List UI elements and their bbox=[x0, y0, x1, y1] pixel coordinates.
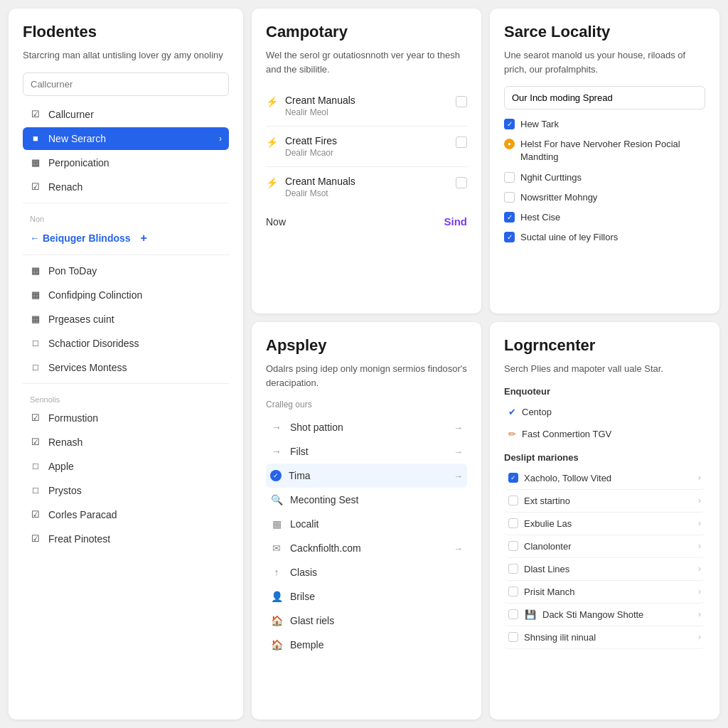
logr-cb-prisit-manch[interactable] bbox=[508, 587, 518, 596]
logr-item-label-xacholo: Xacholo, Tollow Vited bbox=[524, 473, 611, 483]
logr-cb-exbulie-las[interactable] bbox=[508, 518, 518, 528]
apps-item-cacknfiolth[interactable]: ✉ Cacknfiolth.com → bbox=[266, 536, 467, 560]
sarce-option-suctal[interactable]: Suctal uine of ley Fillors bbox=[504, 231, 705, 244]
camp-check-creant-manuals-1[interactable] bbox=[456, 96, 467, 107]
sidebar-icon-services: □ bbox=[30, 362, 41, 373]
logr-cb-shnsing[interactable] bbox=[508, 632, 518, 642]
logr-item-arrow-prisit-manch: › bbox=[698, 587, 701, 596]
sidebar-item-apple[interactable]: □ Apple bbox=[23, 455, 229, 478]
apps-icon-filst: → bbox=[270, 446, 283, 457]
sidebar-item-corles[interactable]: ☑ Corles Paracad bbox=[23, 503, 229, 526]
logr-cb-dack-sti[interactable] bbox=[508, 609, 518, 619]
camp-item-creant-manuals-1[interactable]: ⚡ Creant Manuals Nealir Meol bbox=[266, 86, 467, 127]
logr-item-label-exbulie-las: Exbulie Las bbox=[524, 518, 572, 529]
camp-item-creatt-fires[interactable]: ⚡ Creatt Fires Dealir Mcaor bbox=[266, 127, 467, 167]
sidebar-label-corles: Corles Paracad bbox=[48, 509, 117, 520]
logr-cb-xacholo[interactable] bbox=[508, 473, 518, 483]
sidebar-desc: Starcring man allat untisling lover gy a… bbox=[23, 48, 229, 63]
sidebar-group-plus[interactable]: + bbox=[141, 232, 147, 245]
logr-item-arrow-exbulie-las: › bbox=[698, 518, 701, 528]
apps-items-list: → Shot pattion →→ Filst → Tima →🔍 Mecont… bbox=[266, 415, 467, 657]
sarce-option-nowsritter[interactable]: Nowsritter Mohngy bbox=[504, 191, 705, 204]
sarce-option-nght-curttings[interactable]: Nghit Curttings bbox=[504, 171, 705, 184]
sidebar-item-services[interactable]: □ Services Montess bbox=[23, 356, 229, 379]
camp-send-button[interactable]: Sind bbox=[444, 215, 468, 228]
logrncenter-desc: Serch Plies and mapoter vall uale Star. bbox=[504, 362, 705, 376]
sidebar-icon-schactior: □ bbox=[30, 338, 41, 349]
sarce-option-helst-for[interactable]: Helst For have Nervoher Resion Pocial Ma… bbox=[504, 138, 705, 164]
apps-item-shot-pattion[interactable]: → Shot pattion → bbox=[266, 415, 467, 439]
apps-item-clasis[interactable]: ↑ Clasis bbox=[266, 560, 467, 584]
sarce-option-hew-tark[interactable]: Hew Tark bbox=[504, 118, 705, 131]
sarce-cb-helst-for[interactable] bbox=[504, 139, 515, 149]
sarce-cb-hest-cise[interactable] bbox=[504, 212, 515, 223]
apps-item-filst[interactable]: → Filst → bbox=[266, 439, 467, 464]
sidebar-label-confidping: Confidping Colinction bbox=[48, 289, 142, 301]
logr-enq-centop[interactable]: ✔ Centop bbox=[504, 401, 705, 423]
sidebar-item-renach[interactable]: ☑ Renach bbox=[23, 176, 229, 198]
logr-deslipt-clanolonter[interactable]: Clanolonter › bbox=[504, 535, 705, 558]
apps-item-brilse[interactable]: 👤 Brilse bbox=[266, 584, 467, 609]
logr-deslipt-exbulie-las[interactable]: Exbulie Las › bbox=[504, 513, 705, 535]
sidebar-item-new-search[interactable]: ■ New Serarch › bbox=[23, 127, 229, 150]
logr-cb-ext-startino[interactable] bbox=[508, 496, 518, 505]
apps-item-glast-riels[interactable]: 🏠 Glast riels bbox=[266, 609, 467, 633]
logr-deslipt-dlast-lines[interactable]: Dlast Lines › bbox=[504, 558, 705, 581]
logr-deslipt-ext-startino[interactable]: Ext startino › bbox=[504, 490, 705, 513]
apps-icon-localit: ▦ bbox=[270, 518, 283, 530]
sidebar-item-prystos[interactable]: □ Prystos bbox=[23, 479, 229, 502]
sarce-cb-suctal[interactable] bbox=[504, 232, 515, 242]
sarce-option-label-nght-curttings: Nghit Curttings bbox=[520, 171, 582, 184]
apps-icon-clasis: ↑ bbox=[270, 567, 283, 578]
logr-deslipt-prisit-manch[interactable]: Prisit Manch › bbox=[504, 581, 705, 604]
sidebar-icon-new-search: ■ bbox=[30, 133, 41, 144]
sidebar-item-prgeases[interactable]: ▦ Prgeases cuint bbox=[23, 308, 229, 331]
sidebar-item-formustion[interactable]: ☑ Formustion bbox=[23, 407, 229, 429]
sidebar-label-callcurner: Callcurner bbox=[48, 109, 94, 120]
apps-label-tima: Tima bbox=[289, 470, 311, 481]
camp-check-creatt-fires[interactable] bbox=[456, 136, 467, 148]
apps-item-localit[interactable]: ▦ Localit bbox=[266, 512, 467, 536]
sarce-input[interactable] bbox=[504, 86, 705, 109]
camp-icon-creant-manuals-1: ⚡ bbox=[266, 96, 278, 107]
apps-item-tima[interactable]: Tima → bbox=[266, 464, 467, 488]
sidebar-icon-renash: ☑ bbox=[30, 437, 41, 448]
sidebar-group-label: ← Beiquger Blindoss bbox=[30, 232, 131, 244]
sidebar-item-renash[interactable]: ☑ Renash bbox=[23, 431, 229, 454]
sarce-option-label-hew-tark: Hew Tark bbox=[520, 118, 559, 131]
sarce-cb-nowsritter[interactable] bbox=[504, 192, 515, 203]
sidebar-item-callcurner[interactable]: ☑ Callcurner bbox=[23, 103, 229, 126]
camp-text-creant-manuals-1: Creant Manuals Nealir Meol bbox=[285, 95, 449, 117]
apps-label-glast-riels: Glast riels bbox=[290, 615, 334, 626]
sidebar-chevron-new-search: › bbox=[219, 134, 222, 144]
camp-item-creant-manuals-2[interactable]: ⚡ Creant Manuals Dealir Msot bbox=[266, 167, 467, 207]
sidebar-item-freat[interactable]: ☑ Freat Pinotest bbox=[23, 528, 229, 550]
apps-item-meconting[interactable]: 🔍 Meconting Sest bbox=[266, 488, 467, 512]
logr-deslipt-dack-sti[interactable]: 💾 Dack Sti Mangow Shotte › bbox=[504, 604, 705, 626]
logr-cb-clanolonter[interactable] bbox=[508, 541, 518, 551]
sarce-option-label-hest-cise: Hest Cise bbox=[520, 211, 560, 224]
sidebar-search-input[interactable] bbox=[23, 73, 229, 96]
logr-enq-fast-conmertion[interactable]: ✏ Fast Conmertion TGV bbox=[504, 423, 705, 445]
sidebar-item-pon-today[interactable]: ▦ Pon ToDay bbox=[23, 259, 229, 282]
sarce-option-label-helst-for: Helst For have Nervoher Resion Pocial Ma… bbox=[520, 138, 705, 164]
sidebar-item-schactior[interactable]: □ Schactior Disoridess bbox=[23, 332, 229, 355]
sarce-cb-nght-curttings[interactable] bbox=[504, 172, 515, 183]
sarce-cb-hew-tark[interactable] bbox=[504, 119, 515, 129]
sarce-option-hest-cise[interactable]: Hest Cise bbox=[504, 211, 705, 224]
camp-check-creant-manuals-2[interactable] bbox=[456, 177, 467, 188]
apps-item-bemple[interactable]: 🏠 Bemple bbox=[266, 633, 467, 657]
sidebar-item-confidping[interactable]: ▦ Confidping Colinction bbox=[23, 284, 229, 306]
sidebar-item-perponication[interactable]: ▦ Perponication bbox=[23, 151, 229, 174]
sidebar-icon-callcurner: ☑ bbox=[30, 109, 41, 120]
sidebar-label-services: Services Montess bbox=[48, 362, 127, 373]
sidebar-label-renach: Renach bbox=[48, 181, 82, 193]
sidebar-icon-confidping: ▦ bbox=[30, 289, 41, 301]
apps-label-filst: Filst bbox=[290, 446, 309, 457]
logr-item-arrow-ext-startino: › bbox=[698, 496, 701, 505]
apps-label-brilse: Brilse bbox=[290, 591, 315, 602]
logr-deslipt-shnsing[interactable]: Shnsing ilit ninual › bbox=[504, 626, 705, 649]
sidebar-group-header[interactable]: ← Beiquger Blindoss + bbox=[23, 226, 229, 250]
logr-cb-dlast-lines[interactable] bbox=[508, 564, 518, 574]
logr-deslipt-xacholo[interactable]: Xacholo, Tollow Vited › bbox=[504, 467, 705, 490]
